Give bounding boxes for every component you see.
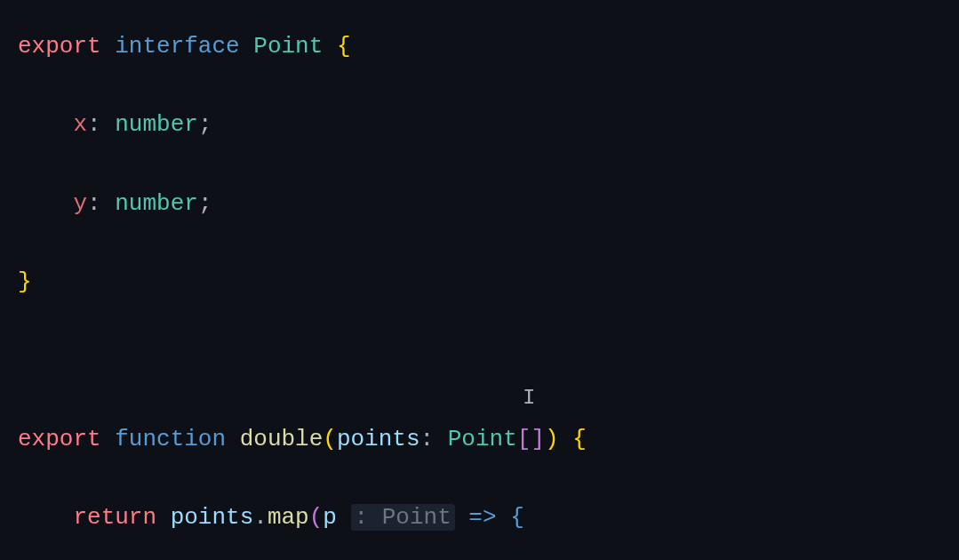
keyword-export: export	[18, 33, 101, 60]
keyword-export: export	[18, 426, 101, 452]
type-keyword: number	[115, 190, 198, 217]
identifier: points	[171, 504, 254, 531]
property-name: x	[73, 111, 87, 138]
method-name: map	[268, 504, 309, 531]
code-line	[18, 341, 941, 380]
bracket-open: [	[517, 426, 531, 452]
semicolon: ;	[198, 111, 212, 138]
colon: :	[420, 426, 435, 452]
paren-open: (	[323, 426, 337, 452]
type-keyword: number	[115, 111, 198, 138]
type-name: Point	[448, 426, 517, 452]
brace-close: }	[18, 268, 32, 295]
parameter: points	[337, 426, 420, 452]
colon: :	[87, 111, 101, 138]
code-editor[interactable]: export interface Point { x: number; y: n…	[18, 27, 941, 560]
function-name: double	[240, 426, 324, 452]
brace-open: {	[572, 426, 587, 452]
code-line: return points.map(p : Point => {	[18, 498, 941, 537]
bracket-close: ]	[531, 426, 545, 452]
code-line: export interface Point {	[18, 27, 941, 66]
inlay-hint: : Point	[351, 504, 455, 531]
code-line: y: number;	[18, 184, 941, 223]
arrow: =>	[468, 504, 496, 531]
brace-open: {	[510, 504, 524, 531]
keyword-return: return	[73, 504, 156, 531]
dot: .	[253, 504, 268, 531]
code-line: export function double(points: Point[]) …	[18, 420, 941, 459]
paren-close: )	[545, 426, 559, 452]
code-line: }	[18, 262, 941, 301]
keyword-function: function	[115, 426, 226, 452]
text-cursor-icon: I	[523, 380, 535, 417]
code-line: x: number;	[18, 105, 941, 144]
property-name: y	[73, 190, 87, 217]
paren-open: (	[309, 504, 324, 531]
keyword-interface: interface	[115, 33, 239, 60]
brace-open: {	[337, 33, 351, 60]
parameter: p	[323, 504, 337, 531]
type-name: Point	[253, 33, 323, 60]
semicolon: ;	[198, 190, 212, 217]
colon: :	[87, 190, 101, 217]
